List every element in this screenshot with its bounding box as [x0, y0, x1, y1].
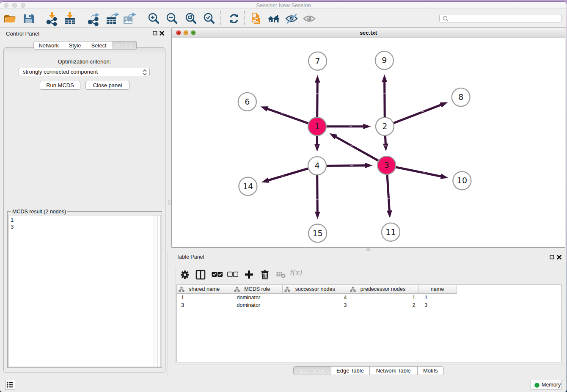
table-panel-title: Table Panel: [176, 254, 204, 260]
tab-select[interactable]: Select: [86, 41, 112, 50]
new-network-button[interactable]: [249, 11, 264, 26]
close-panel-button[interactable]: Close panel: [85, 81, 129, 90]
tab-node-table[interactable]: Node Table: [293, 366, 331, 375]
column-header-shared-name[interactable]: shared name: [177, 285, 232, 294]
import-table-button[interactable]: [63, 11, 77, 26]
minimize-window-button[interactable]: [12, 3, 17, 8]
column-header-predecessor-nodes[interactable]: predecessor nodes: [348, 285, 418, 294]
chevron-up-down-icon: [142, 69, 147, 76]
import-network-button[interactable]: [45, 11, 59, 26]
run-mcds-button[interactable]: Run MCDS: [40, 81, 80, 90]
copy-network-icon: [249, 11, 264, 26]
close-panel-icon[interactable]: [159, 30, 165, 36]
network-window-titlebar[interactable]: scc.txt: [172, 28, 565, 38]
open-file-button[interactable]: [3, 11, 17, 26]
table-settings-icon[interactable]: [180, 270, 190, 279]
horizontal-splitter-handle[interactable]: [366, 248, 370, 251]
network-canvas[interactable]: 1234678910111415: [172, 38, 565, 247]
show-all-button[interactable]: [267, 11, 281, 26]
column-header-label: predecessor nodes: [348, 286, 418, 292]
task-history-button[interactable]: [5, 380, 15, 390]
mcds-result-line: 3: [9, 224, 160, 230]
float-panel-icon[interactable]: [153, 31, 157, 36]
svg-text:6: 6: [245, 97, 250, 106]
table-row[interactable]: 1dominator411: [177, 294, 561, 302]
edge-3-1: [329, 133, 379, 161]
zoom-out-button[interactable]: [165, 11, 179, 26]
tab-style[interactable]: Style: [64, 41, 86, 50]
status-bar: [0, 377, 567, 392]
export-network-button[interactable]: [86, 11, 101, 26]
graph-node-8: 8: [452, 88, 470, 106]
zoom-selected-button[interactable]: [202, 11, 216, 26]
open-folder-icon: [3, 11, 17, 26]
graph-node-15: 15: [308, 224, 327, 243]
svg-text:1: 1: [314, 121, 319, 131]
edge-1-6: [260, 106, 309, 124]
mcds-result-textarea[interactable]: 13: [8, 215, 161, 367]
deselect-all-icon[interactable]: [227, 271, 238, 278]
function-builder-icon[interactable]: f(x): [289, 268, 302, 277]
svg-text:15: 15: [313, 229, 323, 238]
edge-4-3: [326, 163, 373, 168]
svg-text:4: 4: [314, 161, 319, 170]
column-header-label: MCDS role: [232, 286, 283, 292]
vertical-splitter-handle[interactable]: [168, 200, 171, 204]
column-header-MCDS-role[interactable]: MCDS role: [232, 285, 283, 294]
delete-row-icon[interactable]: [261, 270, 269, 279]
vertical-splitter[interactable]: [168, 251, 168, 376]
graph-node-1: 1: [308, 117, 326, 135]
refresh-icon: [227, 11, 241, 26]
maximize-window-button[interactable]: [21, 3, 25, 8]
edge-4-14: [261, 168, 309, 182]
float-table-panel-icon[interactable]: [550, 255, 554, 259]
criterion-select[interactable]: strongly connected component: [19, 68, 150, 76]
svg-text:7: 7: [315, 56, 320, 66]
select-all-icon[interactable]: [212, 271, 223, 278]
close-window-button[interactable]: [4, 3, 8, 8]
memory-button[interactable]: Memory: [531, 380, 562, 389]
export-image-button[interactable]: [122, 11, 136, 26]
import-network-icon: [45, 11, 59, 26]
node-table[interactable]: shared name MCDS role successor nodes pr…: [176, 284, 561, 362]
tab-motifs[interactable]: Motifs: [418, 366, 444, 375]
table-cell: 3: [181, 302, 184, 308]
zoom-in-button[interactable]: [146, 11, 161, 26]
delete-table-icon[interactable]: [276, 272, 286, 278]
houses-icon: [267, 11, 281, 26]
graph-node-6: 6: [238, 93, 256, 111]
table-cell: 1: [181, 295, 184, 301]
table-cell: 1: [348, 295, 416, 301]
column-header-successor-nodes[interactable]: successor nodes: [283, 285, 348, 294]
network-graph: 1234678910111415: [172, 38, 565, 247]
tab-network-table[interactable]: Network Table: [370, 366, 418, 375]
mcds-result-line: 1: [9, 217, 160, 224]
close-table-panel-icon[interactable]: [556, 254, 562, 260]
tab-edge-table[interactable]: Edge Table: [331, 366, 370, 375]
edge-2-3: [383, 135, 388, 151]
column-header-name[interactable]: name: [418, 285, 457, 294]
svg-text:10: 10: [457, 176, 467, 185]
optimization-criterion-label: Optimization criterion:: [4, 58, 165, 65]
table-columns-icon[interactable]: [195, 270, 206, 280]
window-title: Session: New Session: [199, 2, 368, 8]
table-cell: 3: [283, 302, 347, 308]
add-row-icon[interactable]: [244, 270, 254, 279]
edge-1-2: [326, 124, 371, 129]
tab-mcds[interactable]: MCDS: [112, 41, 137, 50]
tab-network[interactable]: Network: [33, 41, 64, 50]
hide-selected-button[interactable]: [284, 11, 299, 26]
eye-slash-icon: [284, 11, 299, 26]
apply-layout-button[interactable]: [227, 11, 241, 26]
export-table-button[interactable]: [105, 11, 119, 26]
show-hidden-button[interactable]: [302, 11, 317, 26]
svg-text:2: 2: [382, 121, 387, 131]
zoom-fit-icon: [184, 11, 198, 26]
search-input[interactable]: [439, 14, 562, 22]
table-cell: dominator: [237, 295, 261, 301]
export-table-icon: [105, 11, 119, 26]
result-scrollbar[interactable]: [154, 215, 158, 367]
save-session-button[interactable]: [22, 11, 36, 26]
zoom-fit-button[interactable]: [184, 11, 198, 26]
table-row[interactable]: 3dominator323: [177, 302, 561, 309]
